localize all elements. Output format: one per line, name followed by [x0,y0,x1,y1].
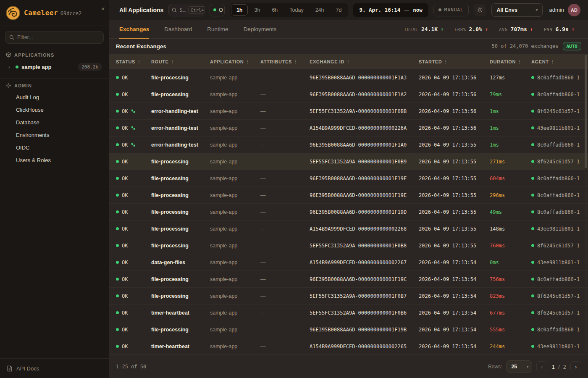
column-header-route[interactable]: ROUTE⋮ [144,59,203,64]
table-row[interactable]: OK file-processing sample-app — 5EF55FC3… [109,288,588,304]
exchange-id-cell[interactable]: 96E395B0088AA6D-000000000001F19B [303,327,412,333]
column-header-duration[interactable]: DURATION⋮ [483,59,525,64]
sidebar-item-users-roles[interactable]: Users & Roles [0,154,109,166]
tab-dashboard[interactable]: Dashboard [164,20,192,39]
user-menu[interactable]: admin AD [549,4,580,16]
date-range-display[interactable]: 9. Apr. 16:14 — now [353,3,428,17]
route-cell[interactable]: timer-heartbeat [144,344,203,349]
tab-deployments[interactable]: Deployments [244,20,277,39]
sort-icon[interactable]: ⋮ [551,59,555,64]
time-range-3h[interactable]: 3h [249,4,265,16]
exchange-id-cell[interactable]: 96E395B0088AA6D-000000000001F1A0 [303,142,412,148]
api-docs-link[interactable]: API Docs [0,358,109,378]
sort-icon[interactable]: ⋮ [294,59,298,64]
exchange-id-cell[interactable]: 5EF55FC31352A9A-000000000001F0B9 [303,159,412,165]
sidebar-collapse-icon[interactable]: « [101,5,105,12]
column-header-started[interactable]: STARTED⋮ [412,59,483,64]
exchange-id-cell[interactable]: A154B9A999DFCED-0000000000002268 [303,226,412,232]
route-cell[interactable]: file-processing [144,243,203,249]
route-cell[interactable]: file-processing [144,276,203,282]
column-header-agent[interactable]: AGENT⋮ [525,59,588,64]
column-header-status[interactable]: STATUS⋮ [109,59,144,64]
sort-icon[interactable]: ⋮ [346,59,351,64]
table-row[interactable]: OK error-handling-test sample-app — 96E3… [109,136,588,153]
column-header-application[interactable]: APPLICATION⋮ [203,59,254,64]
route-cell[interactable]: error-handling-test [144,108,203,114]
next-page-button[interactable]: › [570,361,581,372]
sidebar-item-audit-log[interactable]: Audit Log [0,91,109,103]
avatar[interactable]: AD [568,4,580,16]
environment-select[interactable]: All Envs ▾ [491,3,543,17]
scrollbar-thumb[interactable] [585,55,587,168]
exchange-id-cell[interactable]: A154B9A999DFCED-0000000000002265 [303,344,412,349]
table-row[interactable]: OK file-processing sample-app — 96E395B0… [109,187,588,204]
rows-per-page-select[interactable]: 25 ▾ [506,360,532,373]
sort-icon[interactable]: ⋮ [137,59,142,64]
sidebar-item-database[interactable]: Database [0,116,109,129]
exchange-id-cell[interactable]: 96E395B0088AA6D-000000000001F1A2 [303,92,412,97]
route-cell[interactable]: timer-heartbeat [144,310,203,316]
sidebar-item-clickhouse[interactable]: ClickHouse [0,104,109,116]
live-status-button[interactable]: O [210,4,225,16]
sort-icon[interactable]: ⋮ [517,59,522,64]
exchange-id-cell[interactable]: 96E395B0088AA6D-000000000001F19C [303,276,412,282]
exchange-id-cell[interactable]: 96E395B0088AA6D-000000000001F19F [303,176,412,181]
auto-refresh-badge[interactable]: AUTO [563,42,582,50]
exchange-id-cell[interactable]: A154B9A999DFCED-0000000000002267 [303,260,412,265]
column-header-exchange-id[interactable]: EXCHANGE ID⋮ [303,59,412,64]
table-row[interactable]: OK file-processing sample-app — 96E395B0… [109,321,588,338]
route-cell[interactable]: error-handling-test [144,125,203,131]
exchange-id-cell[interactable]: 96E395B0088AA6D-000000000001F19E [303,192,412,198]
exchange-id-cell[interactable]: A154B9A999DFCED-000000000000226A [303,125,412,131]
sidebar-item-environments[interactable]: Environments [0,129,109,141]
time-range-today[interactable]: Today [284,4,309,16]
exchange-id-cell[interactable]: 5EF55FC31352A9A-000000000001F0B6 [303,310,412,316]
route-cell[interactable]: file-processing [144,293,203,299]
route-cell[interactable]: file-processing [144,159,203,165]
table-row[interactable]: OK data-gen-files sample-app — A154B9A99… [109,254,588,271]
route-cell[interactable]: file-processing [144,226,203,232]
sidebar-filter[interactable] [5,31,104,44]
sidebar-item-oidc[interactable]: OIDC [0,142,109,154]
manual-refresh-button[interactable]: MANUAL [433,4,469,16]
global-search[interactable]: S… Ctrl+K [168,4,205,16]
table-row[interactable]: OK file-processing sample-app — 96E395B0… [109,86,588,103]
tab-exchanges[interactable]: Exchanges [119,20,149,39]
table-row[interactable]: OK file-processing sample-app — 96E395B0… [109,204,588,220]
column-header-attributes[interactable]: ATTRIBUTES⋮ [254,59,303,64]
table-row[interactable]: OK timer-heartbeat sample-app — 5EF55FC3… [109,304,588,321]
table-scrollbar[interactable] [585,55,587,354]
route-cell[interactable]: file-processing [144,209,203,215]
table-row[interactable]: OK timer-heartbeat sample-app — A154B9A9… [109,338,588,355]
sort-icon[interactable]: ⋮ [444,59,448,64]
route-cell[interactable]: file-processing [144,92,203,97]
theme-toggle-button[interactable] [474,4,486,16]
table-row[interactable]: OK error-handling-test sample-app — A154… [109,120,588,136]
route-cell[interactable]: file-processing [144,75,203,81]
exchange-id-cell[interactable]: 5EF55FC31352A9A-000000000001F0BB [303,108,412,114]
exchange-id-cell[interactable]: 5EF55FC31352A9A-000000000001F0B7 [303,293,412,299]
exchange-id-cell[interactable]: 96E395B0088AA6D-000000000001F19D [303,209,412,215]
exchange-id-cell[interactable]: 96E395B0088AA6D-000000000001F1A3 [303,75,412,81]
route-cell[interactable]: error-handling-test [144,142,203,148]
exchange-id-cell[interactable]: 5EF55FC31352A9A-000000000001F0B8 [303,243,412,249]
table-row[interactable]: OK file-processing sample-app — 96E395B0… [109,271,588,288]
table-row[interactable]: OK file-processing sample-app — A154B9A9… [109,220,588,237]
time-range-6h[interactable]: 6h [266,4,283,16]
filter-input[interactable] [17,34,100,40]
sort-icon[interactable]: ⋮ [171,59,175,64]
table-row[interactable]: OK error-handling-test sample-app — 5EF5… [109,103,588,120]
table-row[interactable]: OK file-processing sample-app — 5EF55FC3… [109,153,588,170]
time-range-7d[interactable]: 7d [331,4,347,16]
route-cell[interactable]: file-processing [144,327,203,333]
prev-page-button[interactable]: ‹ [536,361,547,372]
table-row[interactable]: OK file-processing sample-app — 96E395B0… [109,170,588,187]
sidebar-item-sample-app[interactable]: › sample app 208.2k [0,60,109,74]
expand-chevron-icon[interactable]: › [8,64,13,70]
time-range-1h[interactable]: 1h [231,4,248,16]
time-range-24h[interactable]: 24h [310,4,330,16]
table-row[interactable]: OK file-processing sample-app — 96E395B0… [109,69,588,86]
table-row[interactable]: OK file-processing sample-app — 5EF55FC3… [109,237,588,254]
sort-icon[interactable]: ⋮ [245,59,250,64]
route-cell[interactable]: data-gen-files [144,260,203,265]
